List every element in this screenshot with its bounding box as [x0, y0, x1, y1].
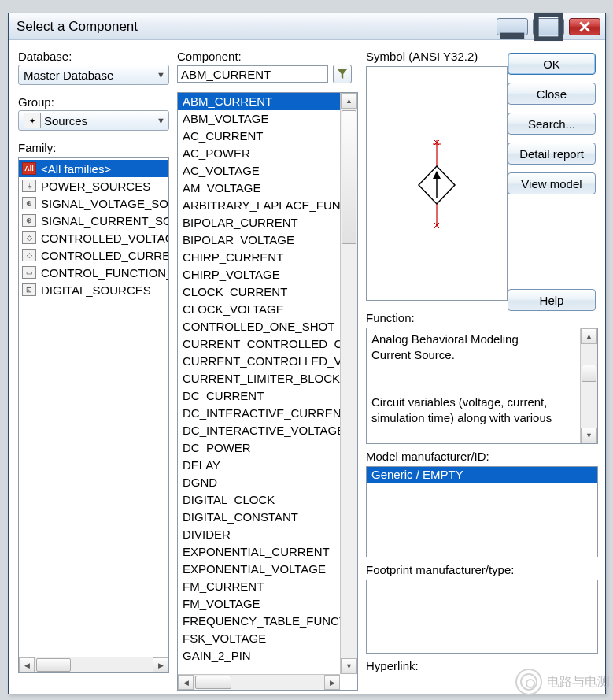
component-item[interactable]: DC_INTERACTIVE_CURRENT	[178, 405, 340, 422]
view-model-button[interactable]: View model	[508, 172, 596, 194]
component-item[interactable]: DIGITAL_CLOCK	[178, 491, 340, 509]
family-item[interactable]: ⊕SIGNAL_VOLTAGE_SOURCES	[19, 194, 168, 212]
database-label: Database:	[18, 50, 169, 63]
component-item[interactable]: CHIRP_CURRENT	[178, 249, 340, 266]
scroll-thumb[interactable]	[582, 365, 596, 382]
family-list[interactable]: All<All families>⏚POWER_SOURCES⊕SIGNAL_V…	[18, 157, 169, 673]
maximize-button[interactable]	[533, 18, 564, 35]
component-item[interactable]: AM_VOLTAGE	[178, 180, 340, 197]
scroll-right-button[interactable]: ▶	[153, 657, 168, 672]
family-item-label: CONTROLLED_CURRENT_SOURCES	[41, 249, 168, 262]
component-item[interactable]: DIVIDER	[178, 526, 340, 543]
scroll-thumb[interactable]	[342, 110, 356, 244]
scroll-thumb[interactable]	[36, 658, 71, 672]
titlebar: Select a Component	[9, 13, 605, 40]
component-item[interactable]: GAIN_2_PIN	[178, 647, 340, 665]
component-v-scrollbar[interactable]: ▲ ▼	[340, 93, 357, 674]
component-item[interactable]: BIPOLAR_VOLTAGE	[178, 231, 340, 249]
model-list[interactable]: Generic / EMPTY	[366, 466, 598, 557]
component-list[interactable]: ABM_CURRENTABM_VOLTAGEAC_CURRENTAC_POWER…	[177, 92, 358, 691]
dialog-window: Select a Component Database: Master Data…	[8, 13, 606, 694]
component-item[interactable]: DELAY	[178, 457, 340, 474]
family-h-scrollbar[interactable]: ◀ ▶	[19, 657, 168, 672]
component-item[interactable]: AC_VOLTAGE	[178, 162, 340, 180]
close-window-button[interactable]	[569, 18, 600, 35]
component-filter-button[interactable]	[333, 65, 352, 83]
scroll-left-button[interactable]: ◀	[19, 657, 35, 672]
component-item[interactable]: DC_POWER	[178, 439, 340, 457]
component-item[interactable]: ABM_VOLTAGE	[178, 110, 340, 128]
group-label: Group:	[18, 95, 169, 109]
component-item[interactable]: AC_POWER	[178, 145, 340, 162]
family-icon: ⏚	[22, 180, 36, 192]
component-item[interactable]: CLOCK_VOLTAGE	[178, 301, 340, 318]
family-item[interactable]: ⊕SIGNAL_CURRENT_SOURCES	[19, 212, 168, 229]
component-item[interactable]: FM_CURRENT	[178, 578, 340, 595]
family-item[interactable]: ◇CONTROLLED_VOLTAGE_SOURCES	[19, 229, 168, 246]
function-v-scrollbar[interactable]: ▲ ▼	[580, 328, 597, 443]
scroll-down-button[interactable]: ▼	[581, 428, 597, 443]
family-icon: ⊕	[22, 197, 36, 209]
chevron-down-icon: ▼	[157, 116, 165, 125]
component-item[interactable]: DIGITAL_CONSTANT	[178, 509, 340, 526]
symbol-label: Symbol (ANSI Y32.2)	[366, 50, 508, 63]
database-dropdown[interactable]: Master Database ▼	[18, 65, 169, 85]
model-label: Model manufacturer/ID:	[366, 450, 598, 463]
component-item[interactable]: FREQUENCY_TABLE_FUNCTION	[178, 613, 340, 630]
footprint-list[interactable]	[366, 580, 598, 654]
search-button[interactable]: Search...	[508, 113, 596, 135]
group-dropdown[interactable]: ✦ Sources ▼	[18, 110, 169, 131]
component-item[interactable]: DGND	[178, 474, 340, 491]
database-value: Master Database	[24, 69, 113, 82]
group-value: Sources	[44, 114, 87, 128]
scroll-up-button[interactable]: ▲	[581, 328, 597, 344]
family-item[interactable]: ◇CONTROLLED_CURRENT_SOURCES	[19, 246, 168, 264]
family-item[interactable]: ⊡DIGITAL_SOURCES	[19, 281, 168, 298]
scroll-left-button[interactable]: ◀	[178, 675, 194, 690]
family-icon: ◇	[22, 249, 36, 261]
component-item[interactable]: AC_CURRENT	[178, 128, 340, 145]
component-item[interactable]: FSK_VOLTAGE	[178, 630, 340, 647]
family-icon: ◇	[22, 231, 36, 244]
component-item[interactable]: CURRENT_LIMITER_BLOCK	[178, 370, 340, 387]
component-item[interactable]: ABM_CURRENT	[178, 93, 340, 110]
ok-button[interactable]: OK	[508, 53, 596, 75]
component-item[interactable]: ARBITRARY_LAPLACE_FUNCTION	[178, 197, 340, 214]
function-description: Analog Behavioral ModelingCurrent Source…	[366, 328, 598, 444]
scroll-thumb[interactable]	[195, 676, 231, 689]
scroll-right-button[interactable]: ▶	[324, 675, 340, 690]
component-item[interactable]: FM_VOLTAGE	[178, 595, 340, 613]
symbol-preview	[366, 66, 508, 301]
component-item[interactable]: CLOCK_CURRENT	[178, 283, 340, 301]
component-item[interactable]: DC_INTERACTIVE_VOLTAGE	[178, 422, 340, 439]
family-item-label: DIGITAL_SOURCES	[41, 283, 151, 297]
family-item[interactable]: All<All families>	[19, 160, 168, 177]
component-item[interactable]: CHIRP_VOLTAGE	[178, 266, 340, 283]
sources-icon: ✦	[24, 113, 41, 128]
component-item[interactable]: BIPOLAR_CURRENT	[178, 214, 340, 231]
family-item[interactable]: ⏚POWER_SOURCES	[19, 177, 168, 194]
svg-rect-1	[537, 14, 560, 38]
svg-rect-0	[500, 32, 524, 39]
hyperlink-label: Hyperlink:	[366, 659, 598, 672]
family-item[interactable]: ▭CONTROL_FUNCTION_BLOCKS	[19, 264, 168, 281]
component-item[interactable]: EXPONENTIAL_CURRENT	[178, 543, 340, 561]
component-item[interactable]: CURRENT_CONTROLLED_CURRENT_SOURCE	[178, 335, 340, 353]
function-label: Function:	[366, 311, 598, 324]
detail-report-button[interactable]: Detail report	[508, 143, 596, 165]
component-label: Component:	[177, 50, 358, 63]
component-search-input[interactable]	[177, 65, 328, 83]
minimize-button[interactable]	[497, 18, 528, 35]
component-item[interactable]: CONTROLLED_ONE_SHOT	[178, 318, 340, 335]
component-h-scrollbar[interactable]: ◀ ▶	[178, 674, 340, 690]
close-button[interactable]: Close	[508, 83, 596, 105]
scroll-down-button[interactable]: ▼	[341, 658, 357, 674]
help-button[interactable]: Help	[508, 289, 596, 311]
family-label: Family:	[18, 141, 169, 154]
component-item[interactable]: EXPONENTIAL_VOLTAGE	[178, 561, 340, 578]
component-item[interactable]: DC_CURRENT	[178, 387, 340, 405]
family-icon: ▭	[22, 266, 36, 279]
component-item[interactable]: CURRENT_CONTROLLED_VOLTAGE_SOURCE	[178, 353, 340, 370]
scroll-up-button[interactable]: ▲	[341, 93, 357, 109]
model-item[interactable]: Generic / EMPTY	[367, 467, 597, 483]
